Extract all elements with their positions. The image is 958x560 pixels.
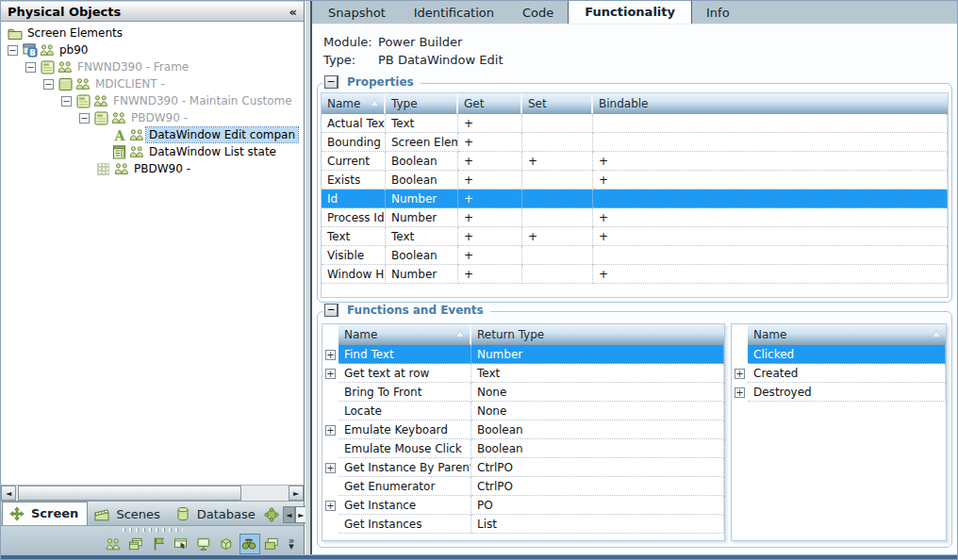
collapse-properties-button[interactable]: − bbox=[324, 75, 338, 89]
property-row-bounding-r[interactable]: Bounding R...Screen Elem...+ bbox=[322, 133, 948, 152]
event-row-destroyed[interactable]: Destroyed bbox=[748, 383, 946, 402]
binoculars-button[interactable] bbox=[240, 534, 260, 554]
column-header-bindable[interactable]: Bindable bbox=[593, 93, 948, 114]
tree-item-label[interactable]: Screen Elements bbox=[25, 25, 125, 41]
scrollbar-thumb[interactable] bbox=[18, 486, 241, 501]
toolbar-grip-handle[interactable] bbox=[123, 528, 183, 532]
grid-cell: Get Instances bbox=[339, 515, 471, 534]
tree-item-label[interactable]: FNWND390 - Frame bbox=[74, 59, 191, 74]
function-row-get-text-at-row[interactable]: Get text at rowText bbox=[339, 364, 724, 383]
tree-item-label[interactable]: DataWindow Edit compan bbox=[146, 127, 298, 142]
expand-row-icon[interactable]: + bbox=[325, 425, 336, 436]
expand-row-icon[interactable]: + bbox=[325, 350, 336, 360]
function-row-find-text[interactable]: Find TextNumber bbox=[339, 345, 724, 364]
legend-divider bbox=[338, 75, 339, 89]
function-row-emulate-mouse-click[interactable]: Emulate Mouse ClickBoolean bbox=[339, 439, 724, 458]
collapse-functions-button[interactable]: − bbox=[324, 304, 338, 317]
column-header-get[interactable]: Get bbox=[458, 93, 522, 114]
row-expander-cell[interactable]: + bbox=[322, 364, 339, 383]
tree-expander-icon[interactable]: − bbox=[25, 62, 36, 73]
tree-item-pb90[interactable]: −Bpb90 bbox=[1, 41, 304, 58]
property-row-visible[interactable]: VisibleBoolean+ bbox=[322, 246, 948, 265]
grid-cell: + bbox=[458, 171, 522, 189]
layers-button[interactable] bbox=[262, 534, 283, 554]
tree-item-label[interactable]: DataWindow List state bbox=[146, 144, 279, 159]
column-header-name[interactable]: Name bbox=[748, 324, 946, 345]
tree-item-pbdw90[interactable]: −PBDW90 - bbox=[1, 109, 304, 126]
details-panel: SnapshotIdentificationCodeFunctionalityI… bbox=[312, 1, 958, 560]
row-expander-cell[interactable]: + bbox=[732, 383, 748, 402]
row-expander-cell[interactable]: + bbox=[322, 420, 339, 439]
tab-snapshot[interactable]: Snapshot bbox=[314, 3, 400, 24]
expand-row-icon[interactable]: + bbox=[325, 463, 336, 473]
expand-row-icon[interactable]: + bbox=[325, 369, 336, 379]
function-row-get-instance-by-parent[interactable]: Get Instance By ParentCtrlPO bbox=[339, 458, 724, 477]
collapse-panel-icon[interactable]: « bbox=[289, 5, 297, 19]
property-row-text[interactable]: TextText+++ bbox=[322, 227, 948, 246]
column-header-return-type[interactable]: Return Type bbox=[471, 324, 724, 345]
function-row-get-instances[interactable]: Get InstancesList bbox=[339, 515, 724, 534]
column-header-type[interactable]: Type bbox=[386, 93, 458, 114]
column-header-name[interactable]: Name bbox=[322, 93, 386, 114]
tab-identification[interactable]: Identification bbox=[400, 3, 508, 24]
windows-button[interactable] bbox=[126, 534, 147, 554]
tree-item-label[interactable]: PBDW90 - bbox=[131, 161, 193, 176]
function-row-get-instance[interactable]: Get InstancePO bbox=[339, 496, 724, 515]
tree-expander-icon[interactable]: − bbox=[8, 45, 18, 56]
users-button[interactable] bbox=[104, 534, 124, 554]
tree-expander-icon[interactable]: − bbox=[43, 79, 54, 90]
tree-item-datawindow-list-state[interactable]: DataWindow List state bbox=[1, 143, 304, 160]
tree-expander-icon[interactable]: − bbox=[61, 96, 72, 107]
tree-item-pbdw90[interactable]: PBDW90 - bbox=[1, 160, 304, 177]
monitor-button[interactable] bbox=[194, 534, 215, 554]
expand-row-icon[interactable]: + bbox=[735, 387, 745, 398]
scrollbar-track[interactable] bbox=[16, 486, 289, 501]
tab-screen[interactable]: Screen bbox=[2, 502, 88, 525]
toolbar-overflow-button[interactable]: »▼ bbox=[285, 534, 298, 554]
column-header-set[interactable]: Set bbox=[522, 93, 593, 114]
property-row-id[interactable]: IdNumber+ bbox=[322, 189, 948, 208]
expand-row-icon[interactable]: + bbox=[325, 501, 336, 511]
tree-item-mdiclient[interactable]: −MDICLIENT - bbox=[1, 75, 304, 92]
tree-item-label[interactable]: FNWND390 - Maintain Custome bbox=[110, 93, 295, 108]
row-expander-cell[interactable]: + bbox=[322, 496, 339, 515]
function-row-emulate-keyboard[interactable]: Emulate KeyboardBoolean bbox=[339, 420, 724, 439]
cube-button[interactable] bbox=[217, 534, 238, 554]
tab-scenes[interactable]: Scenes bbox=[88, 503, 168, 525]
tab-database[interactable]: Database bbox=[169, 503, 264, 525]
property-row-actual-text[interactable]: Actual TextText+ bbox=[322, 114, 948, 133]
tabbar-tail: ◄► bbox=[264, 506, 307, 525]
tree-item-label[interactable]: PBDW90 - bbox=[128, 110, 190, 125]
property-row-window-ha[interactable]: Window Ha...Number++ bbox=[322, 265, 948, 284]
event-row-clicked[interactable]: Clicked bbox=[748, 345, 946, 364]
flag-button[interactable] bbox=[149, 534, 170, 554]
tree-item-screen-elements[interactable]: Screen Elements bbox=[1, 25, 304, 41]
tab-info[interactable]: Info bbox=[692, 3, 744, 24]
row-expander-cell[interactable]: + bbox=[322, 345, 339, 364]
function-row-locate[interactable]: LocateNone bbox=[339, 402, 724, 420]
expand-row-icon[interactable]: + bbox=[735, 369, 745, 379]
property-row-process-id[interactable]: Process IdNumber++ bbox=[322, 208, 948, 227]
row-expander-cell[interactable]: + bbox=[322, 458, 339, 477]
property-row-current[interactable]: CurrentBoolean+++ bbox=[322, 152, 948, 171]
property-row-exists[interactable]: ExistsBoolean++ bbox=[322, 171, 948, 189]
tree-item-fnwnd390-maintain-custome[interactable]: −FNWND390 - Maintain Custome bbox=[1, 92, 304, 109]
function-row-get-enumerator[interactable]: Get EnumeratorCtrlPO bbox=[339, 477, 724, 496]
tree-horizontal-scrollbar[interactable]: ◄ ► bbox=[1, 485, 304, 501]
tree-item-datawindow-edit-compan[interactable]: ADataWindow Edit compan bbox=[1, 126, 304, 143]
tree-expander-icon[interactable]: − bbox=[79, 113, 90, 124]
event-row-created[interactable]: Created bbox=[748, 364, 946, 383]
scroll-right-button[interactable]: ► bbox=[289, 486, 304, 501]
pointer-window-button[interactable] bbox=[172, 534, 192, 554]
row-expander-cell[interactable]: + bbox=[732, 364, 748, 383]
scroll-left-button[interactable]: ◄ bbox=[1, 486, 16, 501]
function-row-bring-to-front[interactable]: Bring To FrontNone bbox=[339, 383, 724, 402]
tab-functionality[interactable]: Functionality bbox=[568, 0, 692, 24]
tree-item-fnwnd390-frame[interactable]: −FNWND390 - Frame bbox=[1, 58, 304, 75]
tab-code[interactable]: Code bbox=[508, 3, 568, 24]
tab-scroll-left-button[interactable]: ◄ bbox=[283, 506, 295, 523]
panel-splitter[interactable] bbox=[306, 1, 312, 560]
tree-item-label[interactable]: MDICLIENT - bbox=[92, 76, 168, 91]
column-header-name[interactable]: Name bbox=[339, 324, 471, 345]
tree-item-label[interactable]: pb90 bbox=[57, 42, 91, 58]
